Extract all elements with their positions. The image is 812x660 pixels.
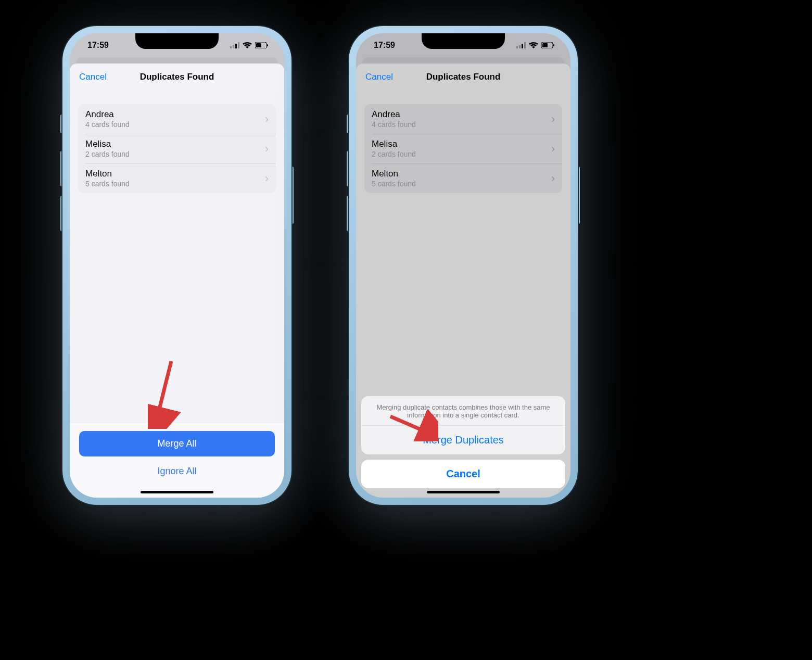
contact-name: Melisa: [372, 139, 551, 149]
contact-name: Melisa: [85, 139, 265, 149]
contact-sub: 2 cards found: [85, 150, 265, 158]
cancel-button[interactable]: Cancel: [365, 72, 393, 82]
action-sheet-cancel-button[interactable]: Cancel: [361, 460, 565, 488]
chevron-right-icon: ›: [265, 172, 269, 185]
svg-rect-10: [524, 42, 526, 48]
status-time: 17:59: [374, 41, 395, 50]
wifi-icon: [529, 42, 538, 48]
contact-sub: 5 cards found: [372, 180, 551, 188]
svg-rect-13: [553, 44, 554, 46]
contact-sub: 4 cards found: [85, 120, 265, 129]
svg-rect-1: [233, 45, 234, 48]
chevron-right-icon: ›: [551, 112, 555, 126]
home-indicator[interactable]: [427, 491, 500, 493]
notch: [422, 33, 505, 49]
page-title: Duplicates Found: [140, 72, 214, 82]
phone-left: 17:59 Cancel Duplicates Fou: [62, 26, 291, 505]
svg-rect-0: [230, 46, 232, 48]
phone-right: 17:59 Cancel Duplicates Fou: [349, 26, 578, 505]
chevron-right-icon: ›: [551, 142, 555, 156]
action-sheet: Merging duplicate contacts combines thos…: [361, 396, 565, 488]
svg-rect-9: [522, 44, 523, 48]
svg-rect-5: [256, 43, 261, 47]
chevron-right-icon: ›: [265, 112, 269, 126]
duplicates-list: Andrea 4 cards found › Melisa 2 cards fo…: [364, 104, 562, 193]
svg-rect-2: [235, 44, 237, 48]
cancel-button[interactable]: Cancel: [79, 72, 107, 82]
battery-icon: [541, 42, 555, 48]
svg-rect-7: [516, 46, 518, 48]
list-item[interactable]: Melisa 2 cards found ›: [364, 134, 562, 163]
contact-sub: 4 cards found: [372, 120, 551, 129]
notch: [135, 33, 219, 49]
battery-icon: [255, 42, 269, 48]
svg-rect-12: [542, 43, 548, 47]
status-time: 17:59: [87, 41, 109, 50]
bottom-actions: Merge All Ignore All: [70, 422, 284, 498]
merge-duplicates-button[interactable]: Merge Duplicates: [361, 426, 565, 454]
cellular-icon: [516, 42, 526, 48]
contact-name: Andrea: [372, 109, 551, 120]
home-indicator[interactable]: [141, 491, 213, 493]
contact-name: Melton: [372, 169, 551, 179]
cellular-icon: [230, 42, 239, 48]
merge-all-button[interactable]: Merge All: [79, 431, 275, 456]
svg-rect-8: [519, 45, 521, 48]
list-item[interactable]: Andrea 4 cards found ›: [364, 104, 562, 134]
page-title: Duplicates Found: [426, 72, 501, 82]
contact-name: Melton: [85, 169, 265, 179]
nav-bar: Cancel Duplicates Found: [356, 64, 570, 91]
ignore-all-button[interactable]: Ignore All: [79, 466, 275, 477]
nav-bar: Cancel Duplicates Found: [70, 64, 284, 91]
list-item[interactable]: Melisa 2 cards found ›: [78, 134, 276, 163]
contact-name: Andrea: [85, 109, 265, 120]
chevron-right-icon: ›: [265, 142, 269, 156]
contact-sub: 5 cards found: [85, 180, 265, 188]
list-item[interactable]: Melton 5 cards found ›: [78, 163, 276, 193]
duplicates-list: Andrea 4 cards found › Melisa 2 cards fo…: [78, 104, 276, 193]
wifi-icon: [243, 42, 252, 48]
svg-rect-3: [238, 42, 239, 48]
modal-sheet: Cancel Duplicates Found Andrea 4 cards f…: [70, 64, 284, 498]
action-sheet-message: Merging duplicate contacts combines thos…: [361, 396, 565, 426]
list-item[interactable]: Andrea 4 cards found ›: [78, 104, 276, 134]
contact-sub: 2 cards found: [372, 150, 551, 158]
svg-rect-6: [267, 44, 268, 46]
list-item[interactable]: Melton 5 cards found ›: [364, 163, 562, 193]
chevron-right-icon: ›: [551, 172, 555, 185]
